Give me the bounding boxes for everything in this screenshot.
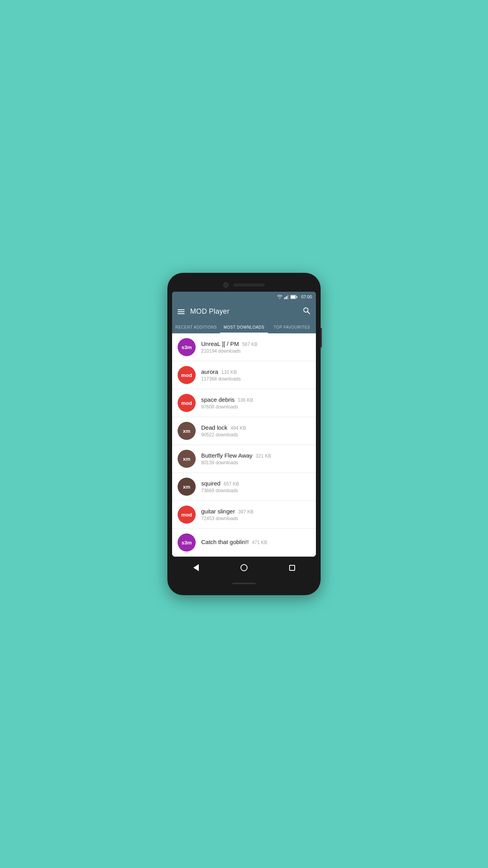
svg-line-8 (308, 312, 310, 314)
side-button (320, 328, 322, 348)
wifi-icon (277, 295, 283, 299)
avatar: mod (178, 506, 196, 524)
time: 07:00 (301, 294, 312, 299)
app-bar: MOD Player (172, 302, 316, 321)
item-downloads: 90522 downloads (201, 432, 310, 438)
list-item[interactable]: s3mCatch that goblin!!471 KB (172, 529, 316, 557)
battery-icon (290, 295, 297, 299)
tab-most-downloads[interactable]: MOST DOWNLOADS (220, 321, 268, 333)
phone-frame: 07:00 MOD Player RECENT ADDITIONS MOST D… (167, 273, 321, 595)
list-item[interactable]: xmButterfly Flew Away321 KB80139 downloa… (172, 445, 316, 473)
status-bar: 07:00 (172, 292, 316, 302)
tabs: RECENT ADDITIONS MOST DOWNLOADS TOP FAVO… (172, 321, 316, 333)
item-title: squired (201, 480, 220, 487)
recents-button[interactable] (285, 561, 299, 575)
item-info: Butterfly Flew Away321 KB80139 downloads (201, 452, 310, 465)
item-size: 110 KB (221, 370, 237, 375)
phone-top-bar (172, 280, 316, 292)
svg-rect-0 (284, 298, 285, 299)
phone-screen: 07:00 MOD Player RECENT ADDITIONS MOST D… (172, 292, 316, 557)
item-title: Butterfly Flew Away (201, 452, 253, 459)
list-item[interactable]: xmDead lock494 KB90522 downloads (172, 417, 316, 445)
item-downloads: 72453 downloads (201, 516, 310, 521)
item-downloads: 97608 downloads (201, 404, 310, 410)
search-icon[interactable] (303, 307, 310, 316)
item-info: Catch that goblin!!471 KB (201, 539, 310, 546)
item-title: guitar slinger (201, 508, 235, 515)
home-button[interactable] (237, 561, 251, 575)
signal-icon (284, 295, 289, 299)
item-downloads: 80139 downloads (201, 460, 310, 465)
item-size: 471 KB (252, 540, 267, 545)
speaker (233, 283, 265, 287)
avatar: xm (178, 450, 196, 468)
list-item[interactable]: modspace debris336 KB97608 downloads (172, 389, 316, 417)
item-title: space debris (201, 396, 235, 403)
svg-rect-3 (288, 295, 288, 299)
item-downloads: 117368 downloads (201, 376, 310, 382)
item-info: aurora110 KB117368 downloads (201, 368, 310, 382)
svg-rect-6 (291, 296, 295, 298)
svg-rect-2 (286, 296, 287, 299)
back-button[interactable] (189, 561, 203, 575)
avatar: xm (178, 422, 196, 440)
list-item[interactable]: modguitar slinger397 KB72453 downloads (172, 501, 316, 529)
list-item[interactable]: xmsquired657 KB73669 downloads (172, 473, 316, 501)
item-downloads: 210194 downloads (201, 348, 310, 354)
item-info: space debris336 KB97608 downloads (201, 396, 310, 410)
camera (223, 282, 229, 288)
item-title: UnreaL ][ / PM (201, 340, 239, 347)
svg-rect-1 (285, 297, 286, 299)
item-size: 397 KB (238, 509, 253, 515)
item-size: 336 KB (238, 397, 253, 403)
bottom-pill (232, 583, 256, 584)
list-item[interactable]: modaurora110 KB117368 downloads (172, 361, 316, 389)
track-list: s3mUnreaL ][ / PM587 KB210194 downloadsm… (172, 333, 316, 557)
hamburger-menu-icon[interactable] (178, 309, 185, 314)
tab-recent-additions[interactable]: RECENT ADDITIONS (172, 321, 220, 333)
list-item[interactable]: s3mUnreaL ][ / PM587 KB210194 downloads (172, 333, 316, 361)
item-size: 657 KB (224, 481, 239, 487)
item-title: Catch that goblin!! (201, 539, 249, 545)
avatar: mod (178, 394, 196, 412)
item-downloads: 73669 downloads (201, 488, 310, 493)
avatar: s3m (178, 533, 196, 552)
svg-rect-5 (297, 296, 297, 298)
item-info: Dead lock494 KB90522 downloads (201, 424, 310, 438)
item-title: aurora (201, 368, 218, 375)
item-info: squired657 KB73669 downloads (201, 480, 310, 493)
item-size: 494 KB (231, 425, 246, 431)
item-title: Dead lock (201, 424, 227, 431)
avatar: s3m (178, 338, 196, 356)
item-size: 587 KB (242, 342, 257, 347)
item-info: UnreaL ][ / PM587 KB210194 downloads (201, 340, 310, 354)
bottom-nav (172, 557, 316, 579)
item-info: guitar slinger397 KB72453 downloads (201, 508, 310, 521)
avatar: xm (178, 478, 196, 496)
phone-bottom-bar (172, 579, 316, 586)
tab-top-favourites[interactable]: TOP FAVOURITES (268, 321, 316, 333)
status-icons (277, 295, 297, 299)
avatar: mod (178, 366, 196, 384)
app-title: MOD Player (190, 307, 297, 316)
item-size: 321 KB (256, 453, 271, 459)
